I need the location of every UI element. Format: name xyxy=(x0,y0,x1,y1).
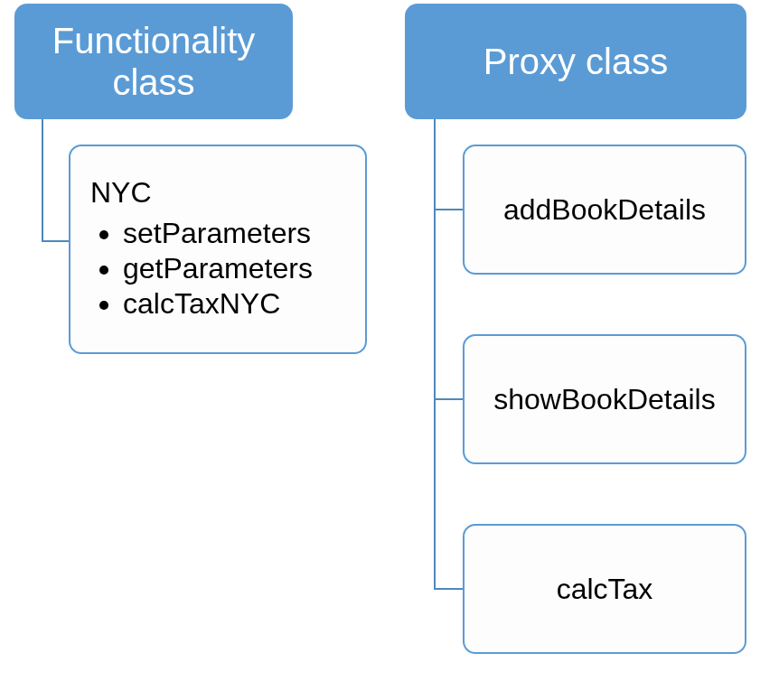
proxy-class-header-label: Proxy class xyxy=(483,41,669,82)
show-book-details-box: showBookDetails xyxy=(463,334,746,464)
show-book-details-label: showBookDetails xyxy=(493,383,715,416)
nyc-bullet-list: setParameters getParameters calcTaxNYC xyxy=(90,215,345,322)
nyc-bullet-item: calcTaxNYC xyxy=(123,287,345,321)
calc-tax-box: calcTax xyxy=(463,524,746,654)
connector-line xyxy=(434,588,463,590)
functionality-class-header-label: Functionality class xyxy=(23,20,284,103)
calc-tax-label: calcTax xyxy=(557,573,653,606)
nyc-title: NYC xyxy=(90,176,345,210)
connector-line xyxy=(434,398,463,400)
connector-line xyxy=(42,240,69,242)
functionality-class-header: Functionality class xyxy=(14,4,293,119)
connector-line xyxy=(434,119,436,588)
add-book-details-box: addBookDetails xyxy=(463,145,746,275)
nyc-bullet-item: setParameters xyxy=(123,217,345,250)
nyc-bullet-item: getParameters xyxy=(123,252,345,285)
connector-line xyxy=(434,209,463,210)
nyc-box: NYC setParameters getParameters calcTaxN… xyxy=(69,145,367,354)
add-book-details-label: addBookDetails xyxy=(503,193,706,227)
connector-line xyxy=(42,119,43,242)
proxy-class-header: Proxy class xyxy=(405,4,746,119)
